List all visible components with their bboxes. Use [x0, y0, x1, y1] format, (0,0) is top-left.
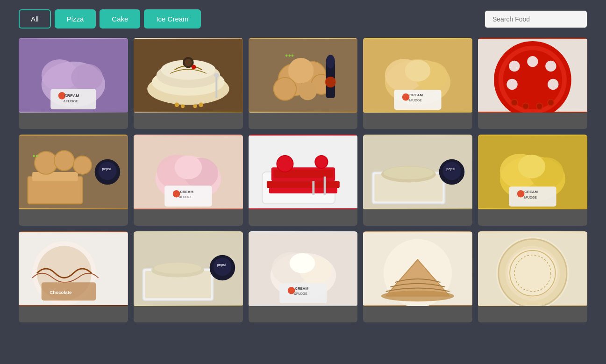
- svg-point-56: [523, 103, 529, 109]
- food-image-15: [478, 231, 587, 306]
- food-item-10[interactable]: CREAM &FUDGE: [478, 135, 587, 226]
- food-item-2[interactable]: [134, 38, 243, 129]
- svg-rect-87: [323, 177, 326, 195]
- svg-point-17: [214, 73, 219, 77]
- svg-rect-61: [32, 172, 78, 181]
- svg-point-32: [325, 77, 335, 87]
- filter-btn-all[interactable]: All: [19, 9, 51, 29]
- search-input[interactable]: [485, 10, 587, 28]
- svg-text:CREAM: CREAM: [295, 286, 308, 290]
- svg-text:&FUDGE: &FUDGE: [63, 99, 78, 103]
- svg-text:CREAM: CREAM: [180, 190, 193, 194]
- page-header: All Pizza Cake Ice Cream: [19, 9, 587, 29]
- food-item-13[interactable]: CREAM &FUDGE: [249, 231, 358, 322]
- svg-point-63: [54, 150, 74, 171]
- food-image-1: CREAM &FUDGE: [19, 38, 128, 113]
- filter-btn-pizza[interactable]: Pizza: [55, 9, 96, 29]
- svg-point-58: [548, 100, 554, 106]
- svg-point-100: [518, 155, 545, 178]
- svg-point-15: [192, 65, 196, 70]
- food-item-3[interactable]: ●●●: [249, 38, 358, 129]
- svg-text:CREAM: CREAM: [410, 93, 423, 97]
- svg-point-47: [545, 61, 556, 71]
- svg-point-73: [174, 156, 201, 179]
- food-item-9[interactable]: pepsi: [363, 135, 472, 226]
- filter-btn-ice-cream[interactable]: Ice Cream: [144, 9, 200, 29]
- food-image-14: [363, 231, 472, 306]
- svg-point-49: [507, 79, 518, 90]
- svg-text:●●: ●●: [32, 153, 38, 158]
- svg-point-135: [508, 249, 558, 296]
- food-item-6[interactable]: ●● pepsi: [19, 135, 128, 226]
- svg-rect-83: [269, 188, 337, 193]
- food-image-11: Chocolate: [19, 231, 128, 306]
- svg-text:●●●: ●●●: [285, 52, 294, 58]
- svg-rect-16: [215, 75, 217, 98]
- food-image-10: CREAM &FUDGE: [478, 135, 587, 209]
- svg-point-130: [381, 290, 454, 301]
- svg-text:CREAM: CREAM: [525, 190, 538, 194]
- food-image-4: CREAM &FUDGE: [363, 38, 472, 113]
- svg-rect-86: [312, 181, 314, 194]
- food-image-13: CREAM &FUDGE: [249, 231, 358, 306]
- svg-point-3: [71, 64, 103, 91]
- svg-text:&FUDGE: &FUDGE: [179, 195, 192, 199]
- food-item-12[interactable]: pepsi: [134, 231, 243, 322]
- svg-rect-82: [267, 181, 340, 188]
- food-image-2: [134, 38, 243, 113]
- svg-point-92: [384, 166, 434, 179]
- svg-point-114: [154, 263, 201, 273]
- svg-text:pepsi: pepsi: [102, 167, 111, 171]
- svg-point-14: [185, 59, 192, 66]
- svg-point-19: [181, 104, 185, 108]
- svg-text:Chocolate: Chocolate: [50, 289, 72, 294]
- svg-point-50: [548, 79, 558, 90]
- svg-point-31: [326, 55, 335, 68]
- filter-buttons-container: All Pizza Cake Ice Cream: [19, 9, 201, 29]
- svg-text:pepsi: pepsi: [217, 263, 226, 267]
- svg-point-20: [193, 104, 197, 108]
- svg-point-26: [273, 78, 296, 100]
- svg-text:CREAM: CREAM: [64, 93, 79, 98]
- svg-point-46: [509, 61, 520, 71]
- svg-point-18: [174, 102, 179, 107]
- svg-text:&FUDGE: &FUDGE: [409, 99, 422, 102]
- svg-point-21: [199, 102, 203, 107]
- food-item-1[interactable]: CREAM &FUDGE: [19, 38, 128, 129]
- food-image-5: [478, 38, 587, 113]
- food-item-11[interactable]: Chocolate: [19, 231, 128, 322]
- food-grid: CREAM &FUDGE: [19, 38, 587, 322]
- filter-btn-cake[interactable]: Cake: [100, 9, 140, 29]
- svg-point-57: [537, 103, 542, 109]
- svg-point-48: [527, 56, 538, 67]
- svg-point-28: [299, 82, 317, 100]
- food-item-15[interactable]: [478, 231, 587, 322]
- food-item-14[interactable]: [363, 231, 472, 322]
- food-image-12: pepsi: [134, 231, 243, 306]
- svg-point-84: [277, 156, 293, 172]
- food-item-8[interactable]: [249, 135, 358, 226]
- food-image-6: ●● pepsi: [19, 135, 128, 209]
- svg-point-37: [405, 60, 431, 82]
- svg-point-85: [315, 156, 328, 168]
- food-item-4[interactable]: CREAM &FUDGE: [363, 38, 472, 129]
- search-box: [485, 10, 587, 28]
- food-item-7[interactable]: CREAM &FUDGE: [134, 135, 243, 226]
- food-image-8: [249, 135, 358, 209]
- svg-text:&FUDGE: &FUDGE: [524, 195, 537, 199]
- food-image-9: pepsi: [363, 135, 472, 209]
- svg-point-122: [289, 253, 315, 273]
- svg-point-64: [73, 156, 92, 174]
- svg-text:pepsi: pepsi: [447, 167, 456, 171]
- svg-text:&FUDGE: &FUDGE: [294, 292, 307, 295]
- food-image-7: CREAM &FUDGE: [134, 135, 243, 209]
- food-image-3: ●●●: [249, 38, 358, 113]
- svg-point-55: [512, 100, 517, 106]
- food-item-5[interactable]: [478, 38, 587, 129]
